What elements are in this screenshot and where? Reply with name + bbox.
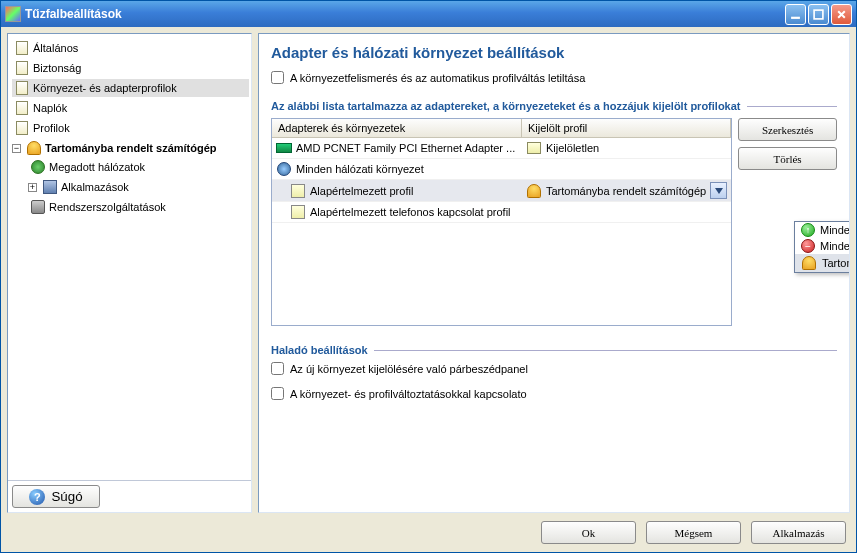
- section-advanced-heading: Haladó beállítások: [271, 344, 837, 356]
- user-icon: [526, 183, 542, 199]
- tree-item-profiles[interactable]: Profilok: [12, 119, 249, 137]
- user-icon: [801, 255, 817, 271]
- help-button[interactable]: ? Súgó: [12, 485, 100, 508]
- listview-row[interactable]: AMD PCNET Family PCI Ethernet Adapter ..…: [272, 138, 731, 159]
- chk-adv-changes-input[interactable]: [271, 387, 284, 400]
- chk-adv-new-env-input[interactable]: [271, 362, 284, 375]
- tree-item-env-profiles[interactable]: Környezet- és adapterprofilok: [12, 79, 249, 97]
- listview-row[interactable]: Alapértelmezett telefonos kapcsolat prof…: [272, 202, 731, 223]
- unknown-profile-icon: [526, 140, 542, 156]
- tree-item-general[interactable]: Általános: [12, 39, 249, 57]
- tree-item-applications[interactable]: Alkalmazások: [40, 178, 131, 196]
- col-profile[interactable]: Kijelölt profil: [522, 119, 731, 137]
- col-adapters[interactable]: Adapterek és környezetek: [272, 119, 522, 137]
- svg-rect-1: [814, 10, 823, 19]
- page-heading: Adapter és hálózati környezet beállításo…: [271, 44, 837, 61]
- client-area: Általános Biztonság Környezet- és adapte…: [1, 27, 856, 552]
- deny-icon: −: [801, 239, 815, 253]
- firewall-settings-window: Tűzfalbeállítások Általános Biztonság Kö…: [0, 0, 857, 553]
- app-icon: [5, 6, 21, 22]
- document-icon: [14, 60, 30, 76]
- profile-dropdown-button[interactable]: [710, 182, 727, 199]
- ok-button[interactable]: Ok: [541, 521, 636, 544]
- chk-adv-new-env[interactable]: Az új környezet kijelölésére való párbes…: [271, 362, 837, 375]
- collapse-icon[interactable]: −: [12, 144, 21, 153]
- tree-item-services[interactable]: Rendszerszolgáltatások: [28, 198, 249, 216]
- window-title: Tűzfalbeállítások: [25, 7, 785, 21]
- profile-icon: [290, 204, 306, 220]
- cancel-button[interactable]: Mégsem: [646, 521, 741, 544]
- listview-row[interactable]: Minden hálózati környezet: [272, 159, 731, 180]
- tree-item-networks[interactable]: Megadott hálózatok: [28, 158, 249, 176]
- apps-icon: [42, 179, 58, 195]
- network-all-icon: [276, 161, 292, 177]
- content-panel: Adapter és hálózati környezet beállításo…: [258, 33, 850, 513]
- allow-icon: ↑: [801, 223, 815, 237]
- listview-header: Adapterek és környezetek Kijelölt profil: [272, 119, 731, 138]
- tree-panel: Általános Biztonság Környezet- és adapte…: [7, 33, 252, 513]
- section-list-heading: Az alábbi lista tartalmazza az adapterek…: [271, 100, 837, 112]
- chk-adv-changes[interactable]: A környezet- és profilváltoztatásokkal k…: [271, 387, 837, 400]
- delete-button[interactable]: Törlés: [738, 147, 837, 170]
- edit-button[interactable]: Szerkesztés: [738, 118, 837, 141]
- user-icon: [26, 140, 42, 156]
- document-icon: [14, 80, 30, 96]
- maximize-button[interactable]: [808, 4, 829, 25]
- dropdown-item-allow-all[interactable]: ↑ Mindet engedélyezze: [795, 222, 850, 238]
- apply-button[interactable]: Alkalmazás: [751, 521, 846, 544]
- profile-dropdown-popup: ↑ Mindet engedélyezze − Minden letiltása…: [794, 221, 850, 273]
- nic-icon: [276, 140, 292, 156]
- titlebar: Tűzfalbeállítások: [1, 1, 856, 27]
- chk-disable-env[interactable]: A környezetfelismerés és az automatikus …: [271, 71, 837, 84]
- close-button[interactable]: [831, 4, 852, 25]
- adapter-listview[interactable]: Adapterek és környezetek Kijelölt profil…: [271, 118, 732, 326]
- listview-row-selected[interactable]: Alapértelmezett profil Tartományba rende…: [272, 180, 731, 202]
- network-icon: [30, 159, 46, 175]
- minimize-button[interactable]: [785, 4, 806, 25]
- dropdown-item-domain-computer[interactable]: Tartományba rendelt számítógép: [795, 254, 850, 272]
- nav-tree[interactable]: Általános Biztonság Környezet- és adapte…: [8, 34, 251, 480]
- profile-icon: [290, 183, 306, 199]
- tree-item-domain-computer[interactable]: Tartományba rendelt számítógép: [24, 139, 219, 157]
- dialog-buttons: Ok Mégsem Alkalmazás: [7, 519, 850, 546]
- dropdown-item-deny-all[interactable]: − Minden letiltása: [795, 238, 850, 254]
- svg-rect-0: [791, 16, 800, 18]
- document-icon: [14, 120, 30, 136]
- document-icon: [14, 100, 30, 116]
- tree-item-logs[interactable]: Naplók: [12, 99, 249, 117]
- help-icon: ?: [29, 489, 45, 505]
- tree-item-security[interactable]: Biztonság: [12, 59, 249, 77]
- expand-icon[interactable]: +: [28, 183, 37, 192]
- document-icon: [14, 40, 30, 56]
- chk-disable-env-input[interactable]: [271, 71, 284, 84]
- services-icon: [30, 199, 46, 215]
